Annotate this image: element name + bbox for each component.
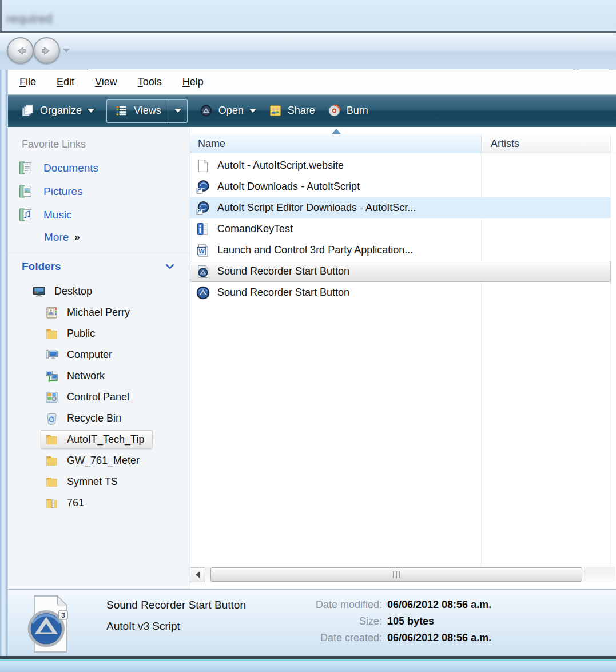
- tree-item-label: Desktop: [54, 285, 92, 297]
- toolbar: OrganizeViewsOpenShareBurn: [8, 94, 616, 127]
- toolbar-views-dropdown[interactable]: [169, 100, 187, 122]
- toolbar-organize-button[interactable]: Organize: [15, 100, 101, 122]
- network-icon: [45, 369, 59, 383]
- file-row-autoit-autoitscript-website[interactable]: AutoIt - AutoItScript.website: [190, 155, 611, 176]
- details-field-value: 105 bytes: [382, 615, 491, 627]
- chevron-down-icon: [88, 109, 94, 113]
- tree-item-computer[interactable]: Computer: [8, 344, 189, 365]
- tree-item-gw-761-meter[interactable]: GW_761_Meter: [8, 450, 189, 471]
- internet-shortcut-icon: [196, 201, 210, 216]
- chevron-down-icon[interactable]: [164, 261, 176, 272]
- menu-help[interactable]: Help: [182, 76, 204, 88]
- toolbar-burn-label: Burn: [347, 105, 368, 117]
- file-row-sound-recorder-start-button[interactable]: Sound Recorder Start Button: [190, 261, 611, 282]
- toolbar-open-button[interactable]: Open: [193, 100, 263, 122]
- scrollbar-track[interactable]: [205, 567, 615, 582]
- more-links[interactable]: More »: [8, 226, 189, 249]
- details-field-label: Date modified:: [253, 599, 382, 611]
- tree-item-autoit-tech-tip[interactable]: AutoIT_Tech_Tip: [8, 429, 189, 450]
- background-blurred-text: required: [6, 11, 53, 26]
- computer-icon: [45, 348, 59, 362]
- tree-item-public[interactable]: Public: [8, 323, 189, 344]
- user-folder-icon: [45, 305, 59, 320]
- window-frame-left: [0, 70, 7, 656]
- folder-icon: [45, 454, 59, 468]
- chevron-down-icon: [174, 109, 181, 113]
- tree-item-label: Network: [67, 370, 105, 382]
- menu-tools[interactable]: Tools: [138, 76, 162, 88]
- tree-item-label: Michael Perry: [67, 307, 130, 319]
- recent-pages-dropdown-icon[interactable]: [63, 49, 70, 53]
- back-button[interactable]: [7, 37, 34, 64]
- file-list-pane: Name Artists AutoIt - AutoItScript.websi…: [189, 127, 616, 589]
- column-header-name[interactable]: Name: [190, 134, 482, 153]
- tree-item-recycle-bin[interactable]: Recycle Bin: [8, 408, 189, 429]
- tree-item-control-panel[interactable]: Control Panel: [8, 387, 189, 408]
- tree-item-label: Public: [67, 328, 95, 340]
- toolbar-views-label: Views: [134, 105, 161, 117]
- file-row-sound-recorder-start-button[interactable]: Sound Recorder Start Button: [190, 282, 611, 303]
- tree-item-label: AutoIT_Tech_Tip: [67, 434, 144, 446]
- website-file-icon: [196, 158, 210, 173]
- tree-item-761[interactable]: 761: [8, 492, 189, 514]
- favorite-link-documents[interactable]: Documents: [8, 156, 189, 180]
- menu-view[interactable]: View: [95, 76, 117, 88]
- file-row-launch-and-control-3rd-party-application[interactable]: WLaunch and Control 3rd Party Applicatio…: [190, 240, 611, 261]
- file-rows: AutoIt - AutoItScript.websiteAutoIt Down…: [190, 153, 616, 303]
- folder-icon: [45, 475, 59, 489]
- details-field-label: Date created:: [253, 632, 382, 644]
- scroll-left-button[interactable]: [190, 567, 205, 582]
- tree-item-label: Control Panel: [67, 391, 129, 403]
- window-frame-bottom: [0, 656, 616, 672]
- folders-title: Folders: [22, 260, 61, 273]
- favorite-link-pictures[interactable]: Pictures: [8, 180, 189, 203]
- folders-tree: DesktopMichael PerryPublicComputerNetwor…: [8, 279, 189, 514]
- more-links-label: More: [44, 231, 69, 244]
- file-name: Sound Recorder Start Button: [217, 265, 349, 277]
- column-header-artists[interactable]: Artists: [482, 134, 611, 153]
- tree-item-desktop[interactable]: Desktop: [8, 281, 189, 302]
- menu-file[interactable]: File: [19, 76, 36, 88]
- favorite-link-label: Music: [43, 209, 72, 221]
- tree-item-inner: 761: [41, 494, 93, 512]
- scrollbar-thumb[interactable]: [210, 567, 582, 582]
- toolbar-share-button[interactable]: Share: [263, 100, 321, 122]
- burn-icon: [328, 104, 341, 117]
- window-content: Favorite Links DocumentsPicturesMusic Mo…: [8, 127, 616, 589]
- tree-item-inner: Control Panel: [41, 388, 138, 407]
- menu-edit[interactable]: Edit: [57, 76, 74, 88]
- tree-item-inner: AutoIT_Tech_Tip: [41, 430, 153, 449]
- folders-band[interactable]: Folders: [8, 253, 189, 279]
- tree-item-symnet-ts[interactable]: Symnet TS: [8, 471, 189, 492]
- file-name: AutoIt - AutoItScript.website: [217, 160, 344, 172]
- tree-item-inner: GW_761_Meter: [41, 451, 148, 470]
- sort-ascending-icon: [332, 129, 341, 134]
- tree-item-network[interactable]: Network: [8, 365, 189, 387]
- details-file-name: Sound Recorder Start Button: [106, 599, 246, 611]
- navigation-bar: AutoIT_Tech_Tip: [0, 31, 616, 70]
- file-row-comandkeytest[interactable]: ComandKeyTest: [190, 218, 611, 240]
- file-row-autoit-script-editor-downloads-autoitscr[interactable]: AutoIt Script Editor Downloads - AutoItS…: [190, 197, 611, 218]
- file-name: AutoIt Downloads - AutoItScript: [217, 181, 360, 193]
- menu-bar: FileEditViewToolsHelp: [8, 70, 616, 94]
- favorite-link-music[interactable]: Music: [8, 203, 189, 226]
- tree-item-label: GW_761_Meter: [67, 455, 140, 467]
- tree-item-inner: Public: [41, 324, 104, 343]
- favorite-link-label: Pictures: [43, 185, 83, 198]
- tree-item-inner: Recycle Bin: [41, 409, 130, 428]
- toolbar-burn-button[interactable]: Burn: [321, 100, 375, 122]
- tree-item-michael-perry[interactable]: Michael Perry: [8, 302, 189, 323]
- horizontal-scrollbar[interactable]: [190, 567, 615, 582]
- file-name: ComandKeyTest: [217, 223, 293, 235]
- zip-folder-icon: [45, 496, 59, 510]
- forward-arrow-icon: [39, 43, 54, 58]
- toolbar-views-button[interactable]: Views: [107, 100, 169, 122]
- autoit-exe-icon: [196, 285, 210, 300]
- forward-button[interactable]: [33, 37, 60, 64]
- file-row-autoit-downloads-autoitscript[interactable]: AutoIt Downloads - AutoItScript: [190, 176, 611, 197]
- toolbar-organize-label: Organize: [40, 105, 82, 117]
- back-arrow-icon: [13, 43, 28, 58]
- file-name: Sound Recorder Start Button: [217, 287, 349, 299]
- favorite-links-list: DocumentsPicturesMusic: [8, 156, 189, 226]
- background-window: required: [0, 0, 616, 31]
